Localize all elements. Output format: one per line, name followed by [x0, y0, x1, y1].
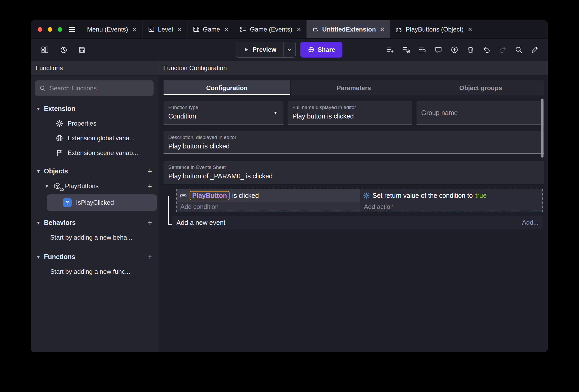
- zoom-window-button[interactable]: [58, 27, 62, 32]
- undo-icon[interactable]: [482, 46, 491, 54]
- tab-label: Configuration: [206, 84, 247, 92]
- add-action-button[interactable]: Add action: [360, 202, 542, 212]
- description-input[interactable]: Description, displayed in editor Play bu…: [164, 131, 544, 154]
- functions-empty-hint[interactable]: Start by adding a new func...: [31, 264, 158, 279]
- chevron-down-icon: [286, 47, 293, 53]
- add-function-to-object-button[interactable]: +: [147, 182, 153, 190]
- action-item[interactable]: Set return value of the condition to tru…: [360, 189, 542, 202]
- search-functions-input[interactable]: [50, 85, 149, 92]
- field-value: Play button is clicked: [168, 142, 539, 150]
- close-window-button[interactable]: [38, 27, 42, 32]
- sentence-input[interactable]: Sentence in Events Sheet Play button of …: [164, 161, 544, 184]
- tab-label: PlayButtons (Object): [406, 26, 464, 33]
- chevron-down-icon[interactable]: ▾: [35, 106, 41, 112]
- add-new-event-label: Add a new event: [176, 219, 225, 226]
- event-row[interactable]: PlayButton is clicked Add condition Set …: [176, 189, 543, 212]
- project-manager-icon[interactable]: [41, 46, 49, 54]
- toolbar: Preview Share: [31, 39, 548, 61]
- search-icon[interactable]: [515, 46, 523, 54]
- section-behaviors[interactable]: ▾ Behaviors +: [31, 215, 158, 230]
- tab-label: UntitledExtension: [322, 26, 376, 33]
- tab-game-events[interactable]: Game (Events) ×: [234, 20, 306, 38]
- history-icon[interactable]: [59, 46, 68, 54]
- group-name-input[interactable]: Group name: [417, 101, 544, 125]
- edit-icon[interactable]: [531, 46, 539, 54]
- tab-untitled-extension[interactable]: UntitledExtension ×: [306, 20, 390, 38]
- tab-level[interactable]: Level ×: [142, 20, 187, 38]
- close-tab-icon[interactable]: ×: [132, 25, 137, 33]
- content: Functions ▾ Extension Properties: [31, 61, 548, 352]
- chevron-down-icon[interactable]: ▾: [35, 168, 41, 174]
- editor-tabs: Menu (Events) × Level × Game ×: [82, 20, 548, 38]
- search-functions-box[interactable]: [35, 80, 154, 96]
- add-circle-icon[interactable]: [450, 46, 459, 54]
- tree-item-playbuttons[interactable]: ▾ 2D PlayButtons +: [31, 179, 158, 193]
- sidebar-header: Functions: [31, 61, 158, 76]
- preview-label: Preview: [252, 46, 276, 53]
- scrollbar-thumb[interactable]: [541, 99, 544, 158]
- behaviors-empty-hint[interactable]: Start by adding a new beha...: [31, 230, 158, 245]
- chevron-down-icon[interactable]: ▾: [44, 183, 50, 189]
- add-behavior-button[interactable]: +: [147, 218, 153, 227]
- chevron-down-icon[interactable]: ▾: [35, 254, 41, 260]
- close-tab-icon[interactable]: ×: [468, 25, 473, 33]
- tree-item-extension-scene-variables[interactable]: Extension scene variab...: [31, 146, 158, 160]
- minimize-window-button[interactable]: [48, 27, 52, 32]
- add-event-button[interactable]: Add...: [522, 219, 539, 226]
- tab-playbuttons-object[interactable]: PlayButtons (Object) ×: [390, 20, 478, 38]
- add-function-button[interactable]: +: [147, 252, 153, 261]
- tree-item-properties[interactable]: Properties: [31, 116, 158, 131]
- close-tab-icon[interactable]: ×: [177, 25, 182, 33]
- object-parameter-chip[interactable]: PlayButton: [190, 191, 230, 200]
- tab-object-groups[interactable]: Object groups: [417, 80, 544, 95]
- section-objects[interactable]: ▾ Objects +: [31, 163, 158, 179]
- full-name-input[interactable]: Full name displayed in editor Play butto…: [288, 101, 412, 125]
- close-tab-icon[interactable]: ×: [224, 25, 229, 33]
- tab-label: Menu (Events): [87, 26, 128, 33]
- section-extension[interactable]: ▾ Extension: [31, 101, 158, 116]
- tab-menu-events[interactable]: Menu (Events) ×: [82, 20, 142, 38]
- sidebar-title: Functions: [35, 64, 63, 72]
- tab-game[interactable]: Game ×: [187, 20, 234, 38]
- close-tab-icon[interactable]: ×: [380, 25, 385, 33]
- preview-options-button[interactable]: [283, 42, 295, 57]
- add-object-button[interactable]: +: [147, 167, 153, 176]
- function-configuration-panel: Function Configuration Configuration Par…: [158, 61, 548, 352]
- condition-item[interactable]: PlayButton is clicked: [177, 189, 360, 202]
- tab-label: Object groups: [459, 84, 502, 92]
- share-label: Share: [318, 46, 335, 53]
- tree-item-extension-global-variables[interactable]: Extension global varia...: [31, 131, 158, 146]
- preview-button[interactable]: Preview: [236, 42, 283, 57]
- tree-item-label: PlayButtons: [65, 182, 99, 190]
- comment-icon[interactable]: [434, 46, 443, 54]
- toolbar-right: [386, 46, 539, 54]
- tab-label: Parameters: [337, 84, 371, 92]
- main-menu-icon[interactable]: [68, 20, 76, 38]
- titlebar: Menu (Events) × Level × Game ×: [31, 20, 548, 39]
- tab-parameters[interactable]: Parameters: [291, 80, 418, 95]
- question-glyph: ?: [66, 199, 69, 206]
- delete-icon[interactable]: [466, 46, 475, 54]
- field-label: Sentence in Events Sheet: [168, 164, 539, 170]
- tree-item-isplayclicked[interactable]: ? IsPlayClicked: [47, 194, 157, 211]
- add-new-event-row[interactable]: Add a new event Add...: [172, 216, 543, 229]
- add-event-icon[interactable]: [386, 46, 394, 54]
- add-condition-button[interactable]: Add condition: [177, 202, 360, 212]
- redo-icon[interactable]: [499, 46, 507, 54]
- close-tab-icon[interactable]: ×: [297, 25, 301, 33]
- share-button[interactable]: Share: [300, 42, 343, 58]
- add-subevent-icon[interactable]: [402, 46, 410, 54]
- tab-label: Game (Events): [250, 26, 292, 33]
- action-value[interactable]: true: [475, 192, 487, 199]
- function-type-select[interactable]: Function type Condition ▼: [164, 101, 283, 125]
- save-icon[interactable]: [78, 46, 86, 54]
- dropdown-arrow-icon[interactable]: ▼: [273, 110, 278, 116]
- play-icon: [243, 47, 249, 53]
- section-functions[interactable]: ▾ Functions +: [31, 249, 158, 264]
- functions-sidebar: Functions ▾ Extension Properties: [31, 61, 158, 352]
- cube-2d-label: 2D: [60, 188, 64, 192]
- chevron-down-icon[interactable]: ▾: [35, 220, 41, 226]
- sort-events-icon[interactable]: [418, 46, 426, 54]
- configuration-tabs: Configuration Parameters Object groups: [164, 80, 544, 95]
- tab-configuration[interactable]: Configuration: [164, 80, 291, 95]
